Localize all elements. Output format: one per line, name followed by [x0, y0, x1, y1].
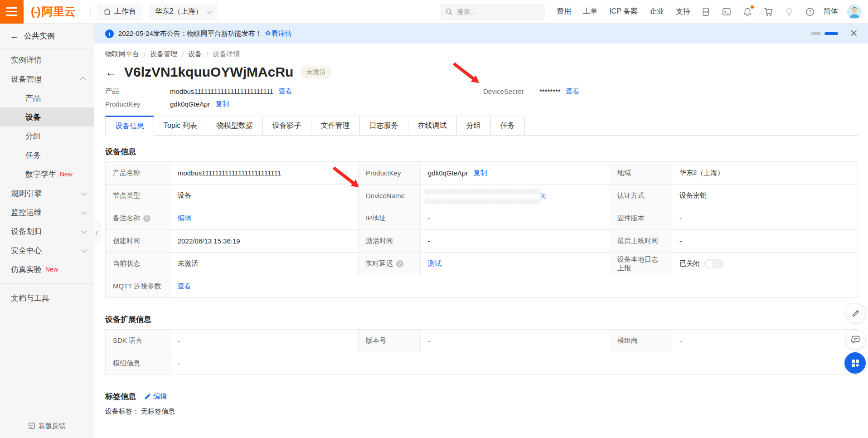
- sidebar-item-instance-detail[interactable]: 实例详情: [0, 50, 94, 69]
- meta-devicesecret-row: DeviceSecret ******** 查看: [483, 85, 580, 97]
- tags-edit-button[interactable]: 编辑: [144, 392, 167, 401]
- topbar-icons: APP ?: [700, 6, 815, 17]
- alibaba-cloud-logo[interactable]: (-) 阿里云: [31, 4, 76, 19]
- sidebar-item-group[interactable]: 分组: [0, 127, 94, 146]
- devicesecret-view-link[interactable]: 查看: [566, 87, 580, 96]
- cell-value: 编辑: [170, 207, 359, 230]
- menu-item-enterprise[interactable]: 企业: [650, 7, 664, 16]
- cell-value: 设备密钥: [672, 185, 858, 207]
- hamburger-menu-icon[interactable]: [0, 0, 24, 24]
- menu-item-icp[interactable]: ICP 备案: [609, 7, 638, 16]
- notification-dot: [751, 5, 754, 9]
- tab-thing-model-data[interactable]: 物模型数据: [207, 116, 263, 136]
- sidebar-item-device-management[interactable]: 设备管理: [0, 69, 94, 88]
- bell-icon[interactable]: [742, 6, 753, 17]
- tab-online-debug[interactable]: 在线调试: [408, 116, 457, 136]
- sidebar-item-label: 任务: [25, 150, 41, 161]
- app-icon[interactable]: APP: [700, 6, 711, 17]
- region-label: 华东2（上海）: [155, 7, 203, 16]
- edit-link[interactable]: 编辑: [178, 214, 191, 223]
- cell-label: 激活时间: [359, 230, 421, 253]
- tab-log-service[interactable]: 日志服务: [359, 116, 408, 136]
- remark-label: 备注名称: [113, 214, 140, 223]
- productkey-copy-link[interactable]: 复制: [215, 100, 229, 108]
- sidebar-item-monitoring-ops[interactable]: 监控运维: [0, 203, 94, 222]
- announcement-pager-dash[interactable]: [811, 32, 821, 35]
- sidebar-item-product[interactable]: 产品: [0, 88, 94, 107]
- cell-label: 模组商: [610, 330, 672, 352]
- menu-item-support[interactable]: 支持: [676, 7, 690, 16]
- help-circle-icon[interactable]: ?: [396, 260, 403, 268]
- copy-link[interactable]: 复制: [473, 169, 487, 177]
- cell-label-latency: 实时延迟 ?: [359, 253, 421, 275]
- help-icon[interactable]: ?: [805, 6, 815, 17]
- sidebar-item-device-assignment[interactable]: 设备划归: [0, 222, 94, 241]
- cell-label: 固件版本: [610, 207, 672, 230]
- sidebar-item-task[interactable]: 任务: [0, 146, 94, 165]
- breadcrumb-device[interactable]: 设备: [188, 50, 202, 58]
- cell-value: 测试: [421, 253, 610, 275]
- cell-label: 节点类型: [106, 185, 170, 207]
- tabbar-rest: [524, 116, 858, 136]
- tab-device-info[interactable]: 设备信息: [105, 116, 154, 136]
- breadcrumb-iot-platform[interactable]: 物联网平台: [105, 50, 139, 58]
- svg-text:APP: APP: [703, 10, 708, 13]
- devicesecret-label: DeviceSecret: [483, 88, 539, 95]
- back-arrow-icon[interactable]: ←: [105, 65, 117, 79]
- tags-label: 设备标签：: [105, 407, 139, 416]
- tab-group[interactable]: 分组: [456, 116, 491, 136]
- devicesecret-value: ********: [539, 88, 561, 95]
- close-icon[interactable]: ✕: [850, 29, 858, 39]
- feedback-button[interactable]: 新版反馈: [0, 417, 94, 434]
- announcement-pager-dash-active[interactable]: [824, 32, 838, 35]
- tab-device-shadow[interactable]: 设备影子: [262, 116, 311, 136]
- chevron-down-icon: [82, 190, 87, 195]
- search-box[interactable]: [441, 4, 545, 20]
- tabbar: 设备信息 Topic 列表 物模型数据 设备影子 文件管理 日志服务 在线调试 …: [105, 116, 858, 136]
- edit-fab-button[interactable]: [846, 303, 866, 323]
- language-selector[interactable]: 简体: [824, 7, 838, 16]
- breadcrumb-device-management[interactable]: 设备管理: [150, 50, 177, 58]
- sidebar-item-device[interactable]: 设备: [0, 107, 94, 127]
- sidebar-item-rules-engine[interactable]: 规则引擎: [0, 184, 94, 203]
- workbench-button[interactable]: 工作台: [97, 4, 142, 20]
- tab-task[interactable]: 任务: [490, 116, 525, 136]
- local-log-toggle[interactable]: [704, 259, 723, 268]
- announcement-text: 2022-05-24发布公告：物联网平台新功能发布！: [118, 29, 262, 38]
- search-input[interactable]: [456, 8, 538, 15]
- help-circle-icon[interactable]: ?: [143, 215, 150, 222]
- test-link[interactable]: 测试: [428, 259, 441, 268]
- view-link[interactable]: 查看: [178, 282, 191, 291]
- tab-file-management[interactable]: 文件管理: [311, 116, 360, 136]
- divider: [90, 7, 91, 17]
- meta-product-row: 产品 modbus111111111111111111111111 查看: [105, 85, 858, 97]
- breadcrumb-separator: /: [182, 50, 184, 58]
- tab-topic-list[interactable]: Topic 列表: [154, 116, 207, 136]
- sidebar-item-docs-tools[interactable]: 文档与工具: [0, 288, 94, 307]
- cart-icon[interactable]: [763, 6, 774, 17]
- feedback-chat-fab-button[interactable]: [846, 330, 866, 350]
- product-view-link[interactable]: 查看: [279, 87, 292, 96]
- chevron-down-icon: [207, 8, 213, 14]
- breadcrumb-separator: /: [206, 50, 208, 58]
- menu-item-billing[interactable]: 费用: [557, 7, 571, 16]
- svg-text:?: ?: [809, 9, 811, 15]
- menu-item-tickets[interactable]: 工单: [583, 7, 597, 16]
- lightbulb-icon[interactable]: [784, 6, 795, 17]
- announcement-bar: i 2022-05-24发布公告：物联网平台新功能发布！ 查看详情 ✕: [94, 24, 868, 44]
- widget-grid-fab-button[interactable]: [844, 352, 866, 374]
- instance-name: 公共实例: [24, 31, 55, 41]
- terminal-icon[interactable]: [721, 6, 732, 17]
- sidebar-item-digital-twin[interactable]: 数字孪生 New: [0, 165, 94, 184]
- sidebar-collapse-handle[interactable]: [94, 223, 101, 243]
- back-arrow-icon[interactable]: ←: [10, 31, 19, 41]
- cell-label: 模组信息: [106, 352, 170, 375]
- chat-bubble-icon: [851, 335, 860, 344]
- sidebar-item-simulation[interactable]: 仿真实验 New: [0, 260, 94, 279]
- page-title: V6lzVN1kquuOYWjMAcRu: [124, 64, 293, 80]
- announcement-detail-link[interactable]: 查看详情: [265, 29, 292, 38]
- region-selector[interactable]: 华东2（上海）: [149, 4, 218, 20]
- sidebar-item-security-center[interactable]: 安全中心: [0, 241, 94, 260]
- devicename-redacted: 复制: [428, 188, 546, 204]
- avatar[interactable]: [847, 5, 862, 19]
